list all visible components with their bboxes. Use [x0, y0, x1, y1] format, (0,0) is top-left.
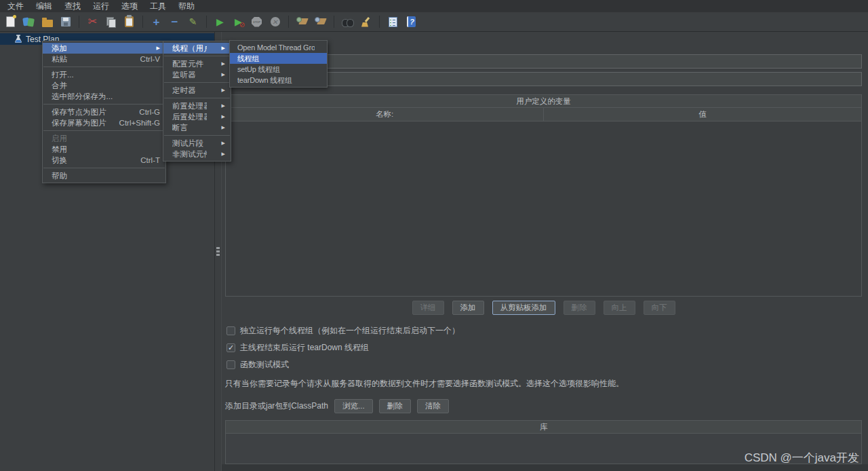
menu-separator: [43, 130, 165, 131]
menu-item-label: 合并: [52, 81, 151, 91]
menu-options[interactable]: 选项: [115, 0, 144, 13]
toolbar-separator: [206, 16, 207, 28]
chevron-right-icon: ▶: [222, 103, 225, 109]
chevron-right-icon: ▶: [222, 88, 225, 93]
new-file-icon[interactable]: [3, 15, 18, 29]
search-icon[interactable]: [340, 15, 355, 29]
menu-file[interactable]: 文件: [1, 0, 30, 13]
clear-all-icon[interactable]: [313, 15, 328, 29]
submenu-item-thread-group[interactable]: 线程组: [230, 53, 327, 64]
add-button[interactable]: 添加: [452, 301, 484, 315]
start-icon[interactable]: ▶: [213, 15, 227, 29]
search-reset-icon[interactable]: [359, 15, 373, 29]
toolbar-separator: [334, 16, 334, 28]
submenu-item-open-model-thread-group[interactable]: Open Model Thread Group: [230, 42, 327, 53]
menu-item-save-screen-as-image[interactable]: 保存屏幕为图片 Ctrl+Shift-G: [43, 117, 165, 128]
chevron-right-icon: ▶: [222, 125, 225, 130]
menu-separator: [164, 82, 230, 83]
chevron-right-icon: ▶: [222, 140, 225, 146]
menu-item-label: 定时器: [172, 86, 207, 96]
submenu-item-setup-thread-group[interactable]: setUp 线程组: [230, 64, 327, 75]
menu-item-label: 线程（用户）: [172, 43, 207, 54]
menu-item-enable: 启用: [43, 133, 165, 144]
menu-item-save-node-as-image[interactable]: 保存节点为图片 Ctrl-G: [43, 107, 165, 117]
toolbar: ✂ + − ✎ ▶ ▶ STOP ✕ ?: [0, 12, 868, 32]
submenu-item-config-element[interactable]: 配置元件 ▶: [163, 58, 231, 69]
menu-item-label: 切换: [52, 155, 131, 166]
menu-item-label: 后置处理器: [172, 112, 207, 122]
browse-button[interactable]: 浏览...: [334, 399, 373, 413]
menu-item-label: 前置处理器: [172, 101, 207, 111]
menu-item-toggle[interactable]: 切换 Ctrl-T: [43, 155, 165, 166]
submenu-item-timer[interactable]: 定时器 ▶: [163, 85, 231, 96]
variables-table-body[interactable]: [226, 121, 861, 296]
menu-tools[interactable]: 工具: [144, 0, 172, 13]
submenu-item-listener[interactable]: 监听器 ▶: [163, 69, 231, 80]
submenu-item-pre-processor[interactable]: 前置处理器 ▶: [163, 100, 231, 111]
menu-item-help[interactable]: 帮助: [43, 170, 165, 181]
help-icon[interactable]: ?: [404, 15, 418, 29]
chevron-right-icon: ▶: [222, 151, 225, 157]
menu-shortcut: Ctrl-V: [140, 55, 160, 63]
menu-run[interactable]: 运行: [87, 0, 115, 13]
functional-test-mode-checkbox[interactable]: [226, 360, 235, 369]
menu-item-paste[interactable]: 粘贴 Ctrl-V: [43, 54, 165, 64]
variables-buttons-row: 详细 添加 从剪贴板添加 删除 向上 向下: [225, 301, 862, 315]
menu-item-label: 非测试元件: [172, 149, 207, 159]
cut-icon[interactable]: ✂: [85, 15, 100, 29]
submenu-item-test-fragment[interactable]: 测试片段 ▶: [163, 138, 231, 149]
thread-groups-submenu: Open Model Thread Group 线程组 setUp 线程组 te…: [229, 40, 328, 88]
clear-button[interactable]: 清除: [417, 399, 449, 413]
column-header-name[interactable]: 名称:: [226, 108, 544, 121]
classpath-delete-button[interactable]: 删除: [379, 399, 411, 413]
menu-help[interactable]: 帮助: [172, 0, 201, 13]
toggle-icon[interactable]: ✎: [186, 15, 200, 29]
menu-item-merge[interactable]: 合并: [43, 80, 165, 91]
open-file-icon[interactable]: [40, 15, 54, 29]
save-icon[interactable]: [58, 15, 73, 29]
test-plan-panel: 用户定义的变量 名称: 值 详细 添加 从剪贴板添加 删除 向上 向下 独立运行…: [222, 32, 868, 471]
menu-separator: [43, 168, 165, 168]
minus-icon[interactable]: −: [167, 15, 182, 29]
menu-item-open[interactable]: 打开...: [43, 69, 165, 80]
menu-item-label: Open Model Thread Group: [237, 43, 315, 52]
paste-icon[interactable]: [122, 15, 136, 29]
submenu-item-post-processor[interactable]: 后置处理器 ▶: [163, 111, 231, 122]
menu-shortcut: Ctrl-T: [140, 156, 160, 164]
chevron-right-icon: ▶: [222, 61, 225, 67]
plus-icon[interactable]: +: [149, 15, 163, 29]
copy-icon[interactable]: [104, 15, 118, 29]
menu-item-save-selection-as[interactable]: 选中部分保存为...: [43, 91, 165, 102]
menu-separator: [164, 98, 230, 98]
submenu-item-threads-users[interactable]: 线程（用户） ▶: [163, 43, 231, 54]
run-teardown-checkbox[interactable]: ✓: [226, 343, 235, 352]
run-groups-consecutively-checkbox[interactable]: [226, 326, 235, 335]
menu-item-disable[interactable]: 禁用: [43, 144, 165, 155]
menu-item-label: 配置元件: [172, 59, 207, 69]
menu-edit[interactable]: 编辑: [30, 0, 58, 13]
classpath-row: 添加目录或jar包到ClassPath 浏览... 删除 清除: [225, 398, 862, 414]
submenu-item-non-test-elements[interactable]: 非测试元件 ▶: [163, 149, 231, 159]
up-button: 向上: [604, 301, 635, 315]
splitter-grip-icon: [216, 247, 220, 256]
toolbar-separator: [379, 16, 380, 28]
menu-item-add[interactable]: 添加 ▶: [43, 43, 165, 54]
submenu-item-assertion[interactable]: 断言 ▶: [163, 122, 231, 133]
context-menu: 添加 ▶ 粘贴 Ctrl-V 打开... 合并 选中部分保存为... 保存节点为…: [42, 41, 166, 183]
submenu-item-teardown-thread-group[interactable]: tearDown 线程组: [230, 75, 327, 86]
function-helper-icon[interactable]: [386, 15, 400, 29]
library-column-header[interactable]: 库: [226, 421, 861, 434]
templates-icon[interactable]: [22, 15, 36, 29]
variables-table-header: 名称: 值: [226, 108, 861, 121]
toolbar-separator: [79, 16, 79, 28]
add-from-clipboard-button[interactable]: 从剪贴板添加: [492, 301, 555, 315]
clear-icon[interactable]: [295, 15, 309, 29]
column-header-value[interactable]: 值: [544, 108, 861, 121]
menu-separator: [164, 56, 230, 56]
stop-icon: STOP: [250, 15, 264, 29]
watermark: CSDN @一个java开发: [745, 450, 859, 466]
toolbar-separator: [142, 16, 143, 28]
menu-search[interactable]: 查找: [58, 0, 87, 13]
classpath-label: 添加目录或jar包到ClassPath: [225, 400, 328, 412]
start-no-pauses-icon[interactable]: ▶: [231, 15, 245, 29]
